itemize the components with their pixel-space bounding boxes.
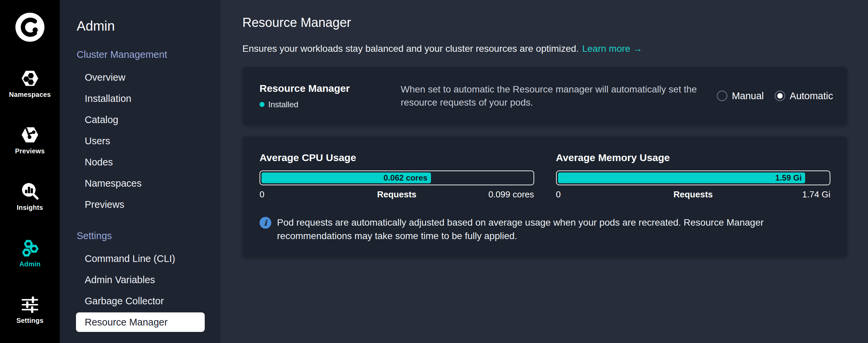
subtitle-text: Ensures your workloads stay balanced and… xyxy=(242,43,579,54)
cpu-min-label: 0 xyxy=(259,189,351,200)
memory-usage-bar-fill: 1.59 Gi xyxy=(558,173,805,183)
rail-nav: Namespaces Previews Insigh xyxy=(0,69,60,324)
info-icon: i xyxy=(259,217,271,229)
rail-label-namespaces: Namespaces xyxy=(9,91,51,98)
sidebar-item-namespaces[interactable]: Namespaces xyxy=(76,174,205,193)
rail-item-namespaces[interactable]: Namespaces xyxy=(0,69,60,98)
memory-usage-bar: 1.59 Gi xyxy=(556,170,831,185)
cpu-usage-bar-fill: 0.062 cores xyxy=(261,173,431,183)
cpu-usage-bar: 0.062 cores xyxy=(259,170,534,185)
manual-radio-icon xyxy=(717,90,727,101)
rail-item-insights[interactable]: Insights xyxy=(0,182,60,212)
page-title: Resource Manager xyxy=(242,15,847,30)
rail-item-admin[interactable]: Admin xyxy=(0,239,60,268)
sidebar-title: Admin xyxy=(76,19,220,34)
cpu-max-label: 0.099 cores xyxy=(442,189,534,200)
page-subtitle: Ensures your workloads stay balanced and… xyxy=(242,43,847,54)
manager-card-description: When set to automatic the Resource manag… xyxy=(401,83,703,109)
rail-label-admin: Admin xyxy=(19,260,40,268)
manual-radio-label: Manual xyxy=(732,90,764,101)
resource-manager-card: Resource Manager Installed When set to a… xyxy=(242,67,847,125)
insights-magnifier-chart-icon xyxy=(21,182,39,201)
sidebar-item-catalog[interactable]: Catalog xyxy=(76,110,205,129)
sidebar-item-resource-manager[interactable]: Resource Manager xyxy=(76,312,205,332)
cpu-usage-gauge: Average CPU Usage 0.062 cores 0 Requests… xyxy=(259,152,534,200)
sidebar-section-settings: Settings xyxy=(76,230,220,242)
usage-note-text: Pod requests are automatically adjusted … xyxy=(277,216,830,243)
namespaces-hexagon-icon xyxy=(21,69,39,88)
cpu-usage-axis-labels: 0 Requests 0.099 cores xyxy=(259,189,534,200)
automatic-radio-icon xyxy=(775,90,785,101)
installed-status: Installed xyxy=(259,100,401,109)
manual-radio[interactable]: Manual xyxy=(717,90,764,101)
rail-label-settings: Settings xyxy=(17,317,44,324)
automatic-radio[interactable]: Automatic xyxy=(775,90,833,101)
rail-item-settings[interactable]: Settings xyxy=(0,295,60,324)
memory-usage-gauge: Average Memory Usage 1.59 Gi 0 Requests … xyxy=(556,152,831,200)
manager-card-title: Resource Manager xyxy=(259,83,401,94)
sidebar-item-command-line[interactable]: Command Line (CLI) xyxy=(76,249,205,268)
main-content: Resource Manager Ensures your workloads … xyxy=(220,0,868,343)
admin-hexagons-icon xyxy=(21,239,39,257)
memory-requests-label: Requests xyxy=(648,189,739,200)
installed-status-dot-icon xyxy=(259,102,265,107)
memory-max-label: 1.74 Gi xyxy=(739,189,830,200)
installed-status-label: Installed xyxy=(268,100,298,109)
sidebar-item-users[interactable]: Users xyxy=(76,131,205,151)
cluster-management-list: Overview Installation Catalog Users Node… xyxy=(60,68,220,214)
sidebar-item-nodes[interactable]: Nodes xyxy=(76,152,205,172)
automatic-radio-label: Automatic xyxy=(790,90,833,101)
memory-usage-axis-labels: 0 Requests 1.74 Gi xyxy=(556,189,831,200)
cpu-usage-title: Average CPU Usage xyxy=(259,152,534,163)
rail-label-previews: Previews xyxy=(15,147,45,155)
memory-usage-title: Average Memory Usage xyxy=(556,152,831,163)
okteto-logo-icon[interactable] xyxy=(14,12,45,43)
sidebar-item-installation[interactable]: Installation xyxy=(76,89,205,108)
settings-sliders-icon xyxy=(21,295,39,314)
icon-rail: Namespaces Previews Insigh xyxy=(0,0,60,343)
mode-radio-group: Manual Automatic xyxy=(703,90,833,101)
sidebar-item-overview[interactable]: Overview xyxy=(76,68,205,87)
sidebar-item-admin-variables[interactable]: Admin Variables xyxy=(76,270,205,289)
sidebar-item-previews[interactable]: Previews xyxy=(76,195,205,214)
settings-list: Command Line (CLI) Admin Variables Garba… xyxy=(60,249,220,332)
sidebar-item-garbage-collector[interactable]: Garbage Collector xyxy=(76,291,205,311)
rail-label-insights: Insights xyxy=(17,204,43,212)
usage-gauges: Average CPU Usage 0.062 cores 0 Requests… xyxy=(259,152,830,200)
previews-git-branch-icon xyxy=(21,125,39,144)
manager-card-left: Resource Manager Installed xyxy=(259,83,401,109)
usage-card: Average CPU Usage 0.062 cores 0 Requests… xyxy=(242,136,847,257)
sidebar-section-cluster-management: Cluster Management xyxy=(76,49,220,60)
memory-min-label: 0 xyxy=(556,189,648,200)
rail-item-previews[interactable]: Previews xyxy=(0,125,60,155)
usage-note: i Pod requests are automatically adjuste… xyxy=(259,216,830,243)
learn-more-link[interactable]: Learn more → xyxy=(582,43,643,54)
admin-sidebar: Admin Cluster Management Overview Instal… xyxy=(60,0,220,343)
cpu-requests-label: Requests xyxy=(351,189,442,200)
